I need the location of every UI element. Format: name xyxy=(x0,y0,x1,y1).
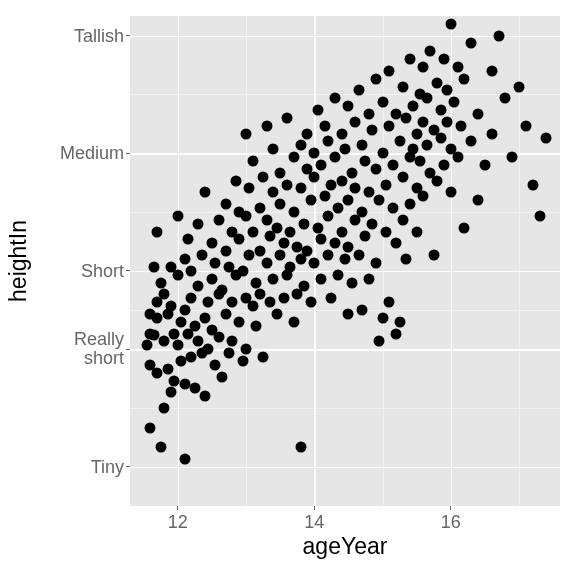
data-point xyxy=(329,152,340,163)
data-point xyxy=(343,195,354,206)
data-point xyxy=(203,344,214,355)
data-point xyxy=(445,187,456,198)
data-point xyxy=(189,383,200,394)
data-point xyxy=(428,250,439,261)
data-point xyxy=(268,187,279,198)
data-point xyxy=(452,152,463,163)
data-point xyxy=(415,156,426,167)
data-point xyxy=(206,273,217,284)
data-point xyxy=(316,234,327,245)
data-point xyxy=(377,312,388,323)
data-point xyxy=(370,163,381,174)
data-point xyxy=(479,159,490,170)
data-point xyxy=(514,81,525,92)
data-point xyxy=(340,254,351,265)
data-point xyxy=(466,136,477,147)
data-point xyxy=(193,336,204,347)
data-point xyxy=(507,152,518,163)
data-point xyxy=(193,281,204,292)
data-point xyxy=(367,218,378,229)
data-point xyxy=(377,148,388,159)
data-point xyxy=(425,46,436,57)
data-point xyxy=(384,120,395,131)
data-point xyxy=(527,179,538,190)
data-point xyxy=(165,301,176,312)
data-point xyxy=(401,254,412,265)
data-point xyxy=(336,175,347,186)
data-point xyxy=(247,226,258,237)
data-point xyxy=(254,246,265,257)
x-tick-label: 14 xyxy=(304,512,324,533)
data-point xyxy=(456,120,467,131)
data-point xyxy=(370,73,381,84)
data-point xyxy=(278,293,289,304)
data-point xyxy=(500,93,511,104)
data-point xyxy=(333,269,344,280)
data-point xyxy=(176,316,187,327)
data-point xyxy=(285,226,296,237)
data-point xyxy=(329,93,340,104)
data-point xyxy=(165,387,176,398)
data-point xyxy=(432,77,443,88)
data-point xyxy=(244,183,255,194)
data-point xyxy=(299,281,310,292)
y-tick-label: Medium xyxy=(60,144,124,163)
data-point xyxy=(261,120,272,131)
data-point xyxy=(223,348,234,359)
data-point xyxy=(237,265,248,276)
data-point xyxy=(217,371,228,382)
data-point xyxy=(333,203,344,214)
data-point xyxy=(172,210,183,221)
data-point xyxy=(418,116,429,127)
data-point xyxy=(340,144,351,155)
x-axis-label: ageYear xyxy=(303,533,388,560)
data-point xyxy=(380,226,391,237)
data-point xyxy=(493,30,504,41)
data-point xyxy=(432,175,443,186)
data-point xyxy=(189,320,200,331)
data-point xyxy=(261,214,272,225)
y-axis-label: heightIn xyxy=(5,220,32,302)
data-point xyxy=(206,238,217,249)
data-point xyxy=(302,128,313,139)
data-point xyxy=(186,265,197,276)
data-point xyxy=(230,175,241,186)
data-point xyxy=(275,199,286,210)
data-point xyxy=(278,238,289,249)
data-point xyxy=(213,214,224,225)
data-point xyxy=(213,332,224,343)
data-point xyxy=(343,308,354,319)
data-point xyxy=(148,261,159,272)
data-point xyxy=(391,238,402,249)
y-tick-label: Tallish xyxy=(74,26,124,45)
data-point xyxy=(408,144,419,155)
data-point xyxy=(486,65,497,76)
data-point xyxy=(473,195,484,206)
data-point xyxy=(459,222,470,233)
data-point xyxy=(152,226,163,237)
data-point xyxy=(281,112,292,123)
data-point xyxy=(322,136,333,147)
data-point xyxy=(346,277,357,288)
data-point xyxy=(312,222,323,233)
data-point xyxy=(295,442,306,453)
data-point xyxy=(200,187,211,198)
data-point xyxy=(288,152,299,163)
data-point xyxy=(360,156,371,167)
data-point xyxy=(234,316,245,327)
data-point xyxy=(241,210,252,221)
data-point xyxy=(380,179,391,190)
data-point xyxy=(473,109,484,120)
data-point xyxy=(435,132,446,143)
data-point xyxy=(183,234,194,245)
data-point xyxy=(264,297,275,308)
data-point xyxy=(309,257,320,268)
data-point xyxy=(442,116,453,127)
data-point xyxy=(418,61,429,72)
data-point xyxy=(220,246,231,257)
data-point xyxy=(196,250,207,261)
data-point xyxy=(466,38,477,49)
data-point xyxy=(374,195,385,206)
data-point xyxy=(200,391,211,402)
data-point xyxy=(299,218,310,229)
